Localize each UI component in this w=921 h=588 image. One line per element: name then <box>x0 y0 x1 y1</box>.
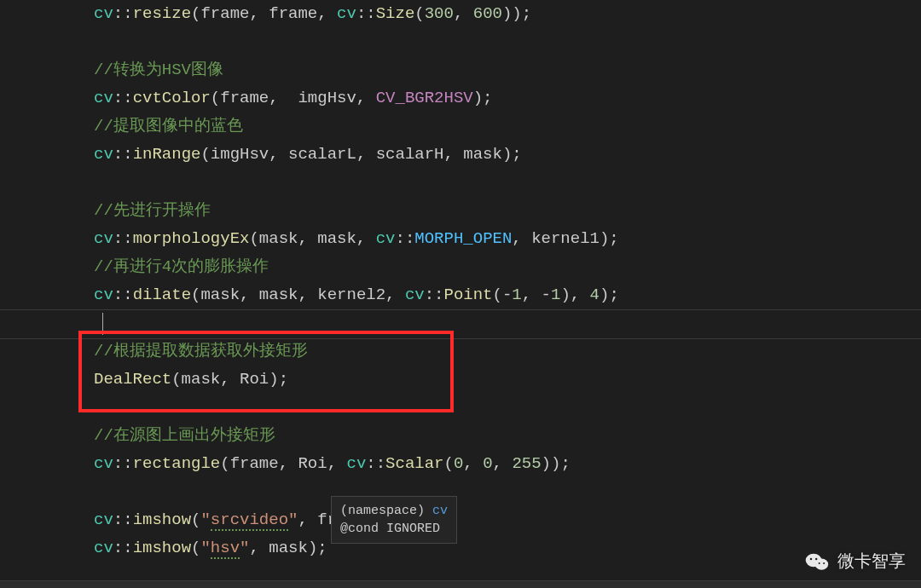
code-token: ( <box>191 510 200 529</box>
code-area[interactable]: cv::resize(frame, frame, cv::Size(300, 6… <box>51 0 921 588</box>
code-token: 1 <box>512 285 521 304</box>
code-token: CV_BGR2HSV <box>376 89 473 107</box>
comment-text: //先进行开操作 <box>94 201 211 220</box>
code-token: (frame, imgHsv, <box>211 89 376 107</box>
watermark-text: 微卡智享 <box>837 550 906 573</box>
code-line[interactable] <box>94 28 921 56</box>
code-token: cv <box>405 285 425 304</box>
code-token: (imgHsv, scalarL, scalarH, mask); <box>200 145 521 164</box>
code-token: " <box>200 539 210 557</box>
code-token: :: <box>113 229 133 248</box>
code-token: cv <box>94 454 113 473</box>
code-token: Size <box>376 4 415 23</box>
code-line[interactable]: cv::imshow("srcvideo", frame); <box>94 506 921 534</box>
code-token: , <box>454 4 473 23</box>
code-token: ); <box>473 89 493 107</box>
code-token: cv <box>94 510 113 529</box>
editor-bottom-border <box>0 580 921 588</box>
code-token: 255 <box>512 454 541 473</box>
code-token: 1 <box>551 285 560 304</box>
code-token: )); <box>542 454 571 473</box>
code-line[interactable]: //提取图像中的蓝色 <box>94 112 921 141</box>
code-token: :: <box>356 4 376 23</box>
code-token: :: <box>113 285 133 304</box>
code-token: :: <box>425 285 444 304</box>
code-token: :: <box>366 454 385 473</box>
code-line[interactable]: cv::resize(frame, frame, cv::Size(300, 6… <box>94 0 921 28</box>
code-token: Scalar <box>385 454 443 473</box>
code-token: ( <box>191 539 200 557</box>
code-token: , mask); <box>249 539 327 557</box>
code-token: (- <box>493 285 513 304</box>
code-line[interactable]: cv::imshow("hsv", mask); <box>94 534 921 562</box>
code-token: (frame, frame, <box>191 4 337 23</box>
code-line[interactable]: cv::cvtColor(frame, imgHsv, CV_BGR2HSV); <box>94 84 921 112</box>
svg-point-5 <box>823 562 825 563</box>
code-token: cv <box>94 89 113 107</box>
code-token: resize <box>133 4 191 23</box>
code-token: " <box>240 539 249 557</box>
watermark: 微卡智享 <box>805 550 906 573</box>
code-token: 600 <box>473 4 502 23</box>
comment-text: //转换为HSV图像 <box>94 61 223 79</box>
code-token: cv <box>94 4 113 23</box>
code-token: MORPH_OPEN <box>414 229 512 248</box>
code-token: " <box>200 510 210 529</box>
code-token: cv <box>337 4 356 23</box>
comment-text: //根据提取数据获取外接矩形 <box>94 342 308 360</box>
svg-point-3 <box>815 557 817 559</box>
code-token: cvtColor <box>133 89 211 107</box>
code-token: srcvideo <box>211 510 288 531</box>
code-token: imshow <box>133 539 191 557</box>
code-token: 0 <box>483 454 492 473</box>
code-token: :: <box>113 510 133 529</box>
code-editor[interactable]: cv::resize(frame, frame, cv::Size(300, 6… <box>0 0 921 588</box>
code-line[interactable]: //转换为HSV图像 <box>94 56 921 84</box>
svg-point-2 <box>810 557 812 559</box>
code-line[interactable] <box>94 309 921 337</box>
code-token: ), <box>560 285 589 304</box>
gutter <box>0 0 51 588</box>
code-token: cv <box>94 229 113 248</box>
code-token: dilate <box>133 285 191 304</box>
code-line[interactable]: cv::morphologyEx(mask, mask, cv::MORPH_O… <box>94 225 921 253</box>
code-token: 300 <box>425 4 454 23</box>
code-token: :: <box>113 145 133 164</box>
code-token: 4 <box>590 285 600 304</box>
code-token: cv <box>94 539 113 557</box>
code-line[interactable] <box>94 169 921 197</box>
code-token: )); <box>502 4 531 23</box>
code-line[interactable] <box>94 478 921 506</box>
svg-point-1 <box>815 558 829 569</box>
code-token: , frame); <box>298 510 385 529</box>
code-line[interactable]: //再进行4次的膨胀操作 <box>94 253 921 281</box>
code-token: :: <box>396 229 415 248</box>
code-line[interactable]: cv::inRange(imgHsv, scalarL, scalarH, ma… <box>94 141 921 169</box>
code-token: :: <box>113 539 133 557</box>
code-token: inRange <box>133 145 201 164</box>
comment-text: //在源图上画出外接矩形 <box>94 426 275 445</box>
code-line[interactable] <box>94 394 921 422</box>
code-token: rectangle <box>133 454 221 473</box>
wechat-icon <box>805 551 829 572</box>
code-line[interactable]: cv::rectangle(frame, Roi, cv::Scalar(0, … <box>94 450 921 478</box>
code-token: cv <box>376 229 396 248</box>
code-token: ( <box>414 4 424 23</box>
code-line[interactable]: DealRect(mask, Roi); <box>94 366 921 394</box>
code-token: cv <box>346 454 366 473</box>
code-token: , <box>493 454 513 473</box>
code-token: , kernel1); <box>512 229 618 248</box>
text-caret <box>102 313 103 335</box>
code-token: Point <box>444 285 493 304</box>
code-token: cv <box>94 145 113 164</box>
code-line[interactable]: //根据提取数据获取外接矩形 <box>94 337 921 366</box>
code-token: 0 <box>454 454 463 473</box>
code-token: imshow <box>133 510 191 529</box>
code-line[interactable]: cv::dilate(mask, mask, kernel2, cv::Poin… <box>94 281 921 309</box>
code-line[interactable]: //在源图上画出外接矩形 <box>94 422 921 450</box>
code-line[interactable]: //先进行开操作 <box>94 197 921 225</box>
code-token: (frame, Roi, <box>220 454 346 473</box>
code-token: (mask, mask, kernel2, <box>191 285 405 304</box>
code-token: :: <box>113 89 133 107</box>
comment-text: //提取图像中的蓝色 <box>94 117 243 135</box>
